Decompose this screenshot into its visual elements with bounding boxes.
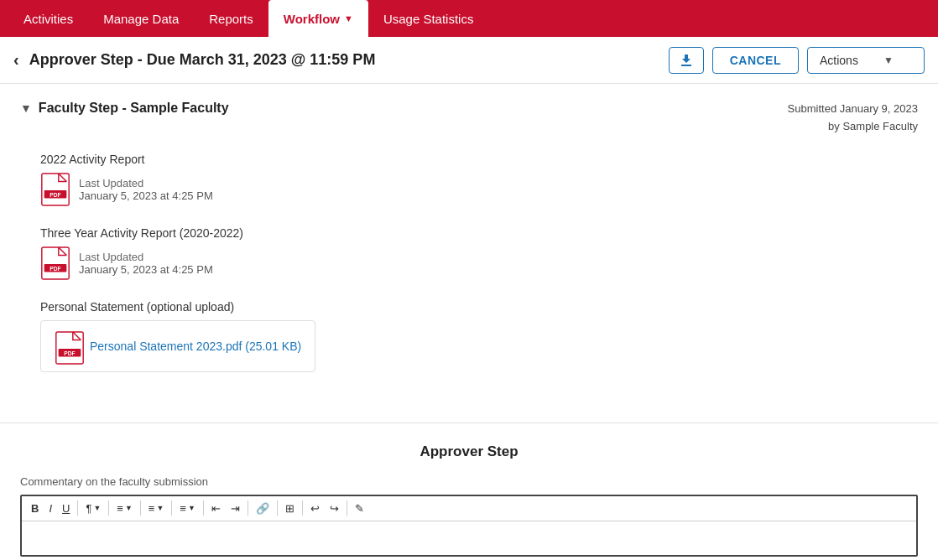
report-last-updated-label-2022: Last Updated xyxy=(79,177,213,189)
svg-rect-4 xyxy=(42,247,69,279)
faculty-step-title: ▼ Faculty Step - Sample Faculty xyxy=(20,101,229,116)
rich-text-editor: B I U ¶ ▼ ≡ ▼ ≡ ▼ ≡ ▼ xyxy=(20,495,918,557)
section-divider xyxy=(0,423,938,423)
download-button[interactable] xyxy=(669,47,704,74)
report-section-3year: Three Year Activity Report (2020-2022) P… xyxy=(40,226,918,280)
toolbar-link[interactable]: 🔗 xyxy=(252,500,274,517)
approver-step-section: Approver Step Commentary on the faculty … xyxy=(0,443,938,557)
nav-activities[interactable]: Activities xyxy=(8,0,88,37)
svg-text:PDF: PDF xyxy=(50,191,60,197)
nav-reports-label: Reports xyxy=(209,12,253,26)
toolbar-sep-9 xyxy=(347,500,347,516)
pdf-icon-personal[interactable]: PDF xyxy=(55,331,81,361)
toolbar-eraser[interactable]: ✎ xyxy=(351,500,368,517)
rte-toolbar: B I U ¶ ▼ ≡ ▼ ≡ ▼ ≡ ▼ xyxy=(22,496,916,521)
nav-usage-statistics[interactable]: Usage Statistics xyxy=(368,0,489,37)
toolbar-list-dropdown[interactable]: ≡ ▼ xyxy=(175,500,200,517)
toolbar-sep-1 xyxy=(77,500,78,516)
header-actions: CANCEL Actions ▼ xyxy=(669,47,925,74)
svg-text:PDF: PDF xyxy=(50,265,60,271)
nav-workflow-label: Workflow xyxy=(284,12,340,26)
align-left-icon: ⇤ xyxy=(211,502,221,515)
approver-step-title: Approver Step xyxy=(20,443,918,460)
toolbar-paragraph[interactable]: ¶ ▼ xyxy=(81,500,105,517)
report-last-updated-label-3year: Last Updated xyxy=(79,251,213,263)
actions-dropdown-button[interactable]: Actions ▼ xyxy=(807,47,925,74)
redo-icon: ↪ xyxy=(330,502,339,515)
eraser-icon: ✎ xyxy=(355,502,364,515)
nav-workflow[interactable]: Workflow ▼ xyxy=(268,0,368,37)
main-content: ▼ Faculty Step - Sample Faculty Submitte… xyxy=(0,84,938,409)
nav-reports[interactable]: Reports xyxy=(194,0,268,37)
personal-statement-label: Personal Statement (optional upload) xyxy=(40,300,918,314)
report-title-2022: 2022 Activity Report xyxy=(40,153,918,166)
list-icon: ≡ xyxy=(180,502,186,515)
table-icon: ⊞ xyxy=(285,502,294,515)
svg-rect-0 xyxy=(681,65,691,66)
report-meta-2022: Last Updated January 5, 2023 at 4:25 PM xyxy=(79,177,213,202)
toolbar-sep-8 xyxy=(302,500,303,516)
toolbar-sep-6 xyxy=(248,500,248,516)
toolbar-underline[interactable]: U xyxy=(58,500,74,517)
link-icon: 🔗 xyxy=(256,502,269,515)
personal-statement-link[interactable]: Personal Statement 2023.pdf (25.01 KB) xyxy=(90,340,301,353)
paragraph-caret: ▼ xyxy=(93,504,101,512)
toolbar-sep-7 xyxy=(277,500,278,516)
back-button[interactable]: ‹ xyxy=(13,50,19,70)
toolbar-align-dropdown[interactable]: ≡ ▼ xyxy=(112,500,137,517)
nav-manage-data[interactable]: Manage Data xyxy=(88,0,194,37)
actions-label: Actions xyxy=(820,54,858,67)
report-item-3year: PDF Last Updated January 5, 2023 at 4:25… xyxy=(40,246,918,280)
collapse-icon[interactable]: ▼ xyxy=(20,101,32,115)
submitted-line2: by Sample Faculty xyxy=(788,118,918,136)
align-icon: ≡ xyxy=(117,502,123,515)
undo-icon: ↩ xyxy=(310,502,320,515)
toolbar-redo[interactable]: ↪ xyxy=(326,500,343,517)
report-meta-3year: Last Updated January 5, 2023 at 4:25 PM xyxy=(79,251,213,276)
toolbar-sep-2 xyxy=(108,500,109,516)
toolbar-indent-dropdown[interactable]: ≡ ▼ xyxy=(144,500,169,517)
toolbar-bold[interactable]: B xyxy=(27,500,43,517)
faculty-step-name: Faculty Step - Sample Faculty xyxy=(39,101,229,116)
faculty-step-header: ▼ Faculty Step - Sample Faculty Submitte… xyxy=(20,101,918,136)
personal-statement-file-box: PDF Personal Statement 2023.pdf (25.01 K… xyxy=(40,320,315,372)
toolbar-sep-3 xyxy=(140,500,141,516)
commentary-label: Commentary on the faculty submission xyxy=(20,475,918,488)
svg-rect-7 xyxy=(56,332,83,364)
workflow-dropdown-icon: ▼ xyxy=(344,13,353,23)
top-navigation: Activities Manage Data Reports Workflow … xyxy=(0,0,938,37)
pdf-icon-3year[interactable]: PDF xyxy=(40,246,70,280)
indent-icon: ≡ xyxy=(149,502,155,515)
actions-dropdown-icon: ▼ xyxy=(883,54,894,66)
personal-statement-section: Personal Statement (optional upload) PDF… xyxy=(40,300,918,372)
header-bar: ‹ Approver Step - Due March 31, 2023 @ 1… xyxy=(0,37,938,84)
toolbar-sep-5 xyxy=(203,500,204,516)
report-section-2022: 2022 Activity Report PDF Last Updated Ja… xyxy=(40,153,918,206)
report-title-3year: Three Year Activity Report (2020-2022) xyxy=(40,226,918,240)
report-item-2022: PDF Last Updated January 5, 2023 at 4:25… xyxy=(40,173,918,206)
align-right-icon: ⇥ xyxy=(231,502,240,515)
nav-activities-label: Activities xyxy=(23,12,73,26)
report-date-3year: January 5, 2023 at 4:25 PM xyxy=(79,263,213,276)
toolbar-table[interactable]: ⊞ xyxy=(281,500,299,517)
cancel-button[interactable]: CANCEL xyxy=(712,47,799,74)
toolbar-align-right[interactable]: ⇥ xyxy=(227,500,244,517)
toolbar-italic[interactable]: I xyxy=(44,500,56,517)
page-title: Approver Step - Due March 31, 2023 @ 11:… xyxy=(29,51,669,69)
submitted-info: Submitted January 9, 2023 by Sample Facu… xyxy=(788,101,918,136)
toolbar-align-left[interactable]: ⇤ xyxy=(207,500,225,517)
svg-rect-1 xyxy=(42,174,69,205)
report-date-2022: January 5, 2023 at 4:25 PM xyxy=(79,189,213,202)
svg-text:PDF: PDF xyxy=(64,350,75,355)
rte-body[interactable] xyxy=(22,521,916,555)
toolbar-sep-4 xyxy=(171,500,172,516)
toolbar-undo[interactable]: ↩ xyxy=(306,500,324,517)
nav-usage-statistics-label: Usage Statistics xyxy=(383,12,474,26)
nav-manage-data-label: Manage Data xyxy=(103,12,179,26)
pdf-icon-2022[interactable]: PDF xyxy=(40,173,70,206)
submitted-line1: Submitted January 9, 2023 xyxy=(788,101,918,118)
